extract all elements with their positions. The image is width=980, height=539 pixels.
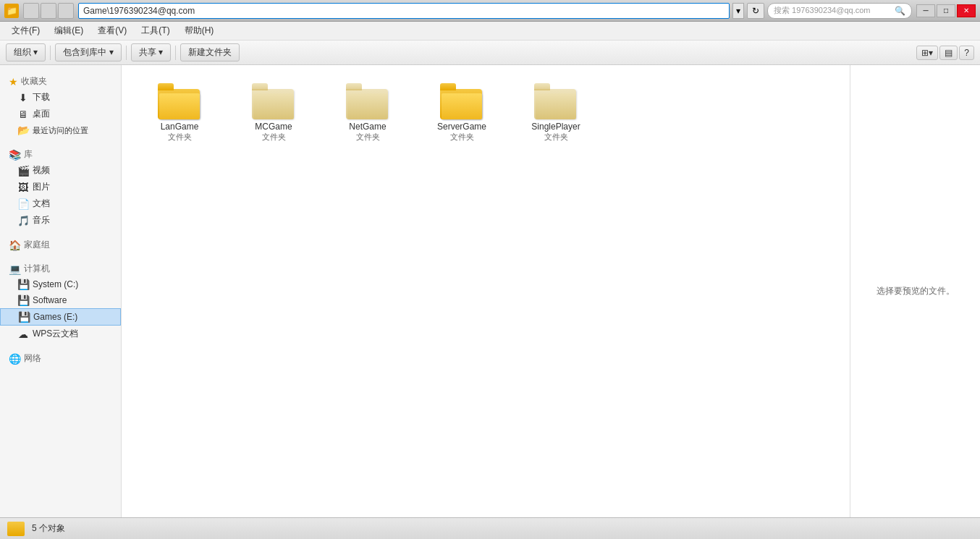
library-icon: 📚: [9, 149, 21, 161]
new-folder-btn[interactable]: 新建文件夹: [180, 43, 240, 61]
refresh-btn[interactable]: ↻: [747, 3, 764, 19]
sidebar-item-download[interactable]: ⬇ 下载: [0, 89, 121, 106]
drive-e-icon: 💾: [18, 311, 30, 323]
include-library-btn[interactable]: 包含到库中 ▾: [55, 43, 121, 61]
sidebar-item-video[interactable]: 🎬 视频: [0, 162, 121, 179]
sidebar-item-systemc[interactable]: 💾 System (C:): [0, 276, 121, 292]
sidebar-item-documents[interactable]: 📄 文档: [0, 195, 121, 212]
file-item-servergame[interactable]: ServerGame 文件夹: [418, 80, 505, 146]
preview-panel: 选择要预览的文件。: [850, 65, 980, 517]
sidebar: ★ 收藏夹 ⬇ 下载 🖥 桌面 📂 最近访问的位置 📚 库 🎬 视频 🖼 图片: [0, 65, 122, 517]
file-item-singleplayer[interactable]: SinglePlayer 文件夹: [512, 80, 599, 146]
folder-icon-servergame: [440, 83, 483, 119]
file-item-netgame[interactable]: NetGame 文件夹: [324, 80, 411, 146]
file-item-mcgame[interactable]: MCGame 文件夹: [230, 80, 317, 146]
file-name-servergame: ServerGame: [437, 122, 486, 132]
title-bar-left: 📁: [4, 3, 74, 19]
folder-icon-netgame: [346, 83, 389, 119]
computer-icon: 💻: [9, 263, 21, 275]
sidebar-item-wps-cloud[interactable]: ☁ WPS云文档: [0, 326, 121, 342]
organize-btn[interactable]: 组织 ▾: [6, 43, 46, 61]
file-type-mcgame: 文件夹: [262, 132, 286, 143]
toolbar-sep-3: [175, 46, 176, 60]
search-icon: 🔍: [895, 6, 905, 16]
details-pane-btn[interactable]: ▤: [939, 46, 958, 60]
address-bar[interactable]: Game\1976390234@qq.com: [78, 3, 730, 19]
star-icon: ★: [9, 76, 18, 88]
quick-access-icons: [23, 3, 74, 19]
folder-icon-mcgame: [252, 83, 295, 119]
menu-tools[interactable]: 工具(T): [135, 23, 175, 38]
folder-icon-langame: [158, 83, 201, 119]
sidebar-item-games-e[interactable]: 💾 Games (E:): [0, 308, 121, 326]
download-icon: ⬇: [17, 92, 29, 103]
quick-icon-1[interactable]: [23, 3, 39, 19]
view-controls: ⊞▾ ▤ ?: [916, 46, 974, 60]
menu-help[interactable]: 帮助(H): [179, 23, 220, 38]
sidebar-favorites-title[interactable]: ★ 收藏夹: [0, 71, 121, 89]
wps-cloud-icon: ☁: [17, 328, 29, 340]
sidebar-library-title[interactable]: 📚 库: [0, 144, 121, 162]
folder-icon-singleplayer: [534, 83, 578, 119]
main-layout: ★ 收藏夹 ⬇ 下载 🖥 桌面 📂 最近访问的位置 📚 库 🎬 视频 🖼 图片: [0, 65, 980, 517]
window-controls: ─ □ ✕: [916, 4, 976, 17]
file-item-langame[interactable]: LanGame 文件夹: [136, 80, 223, 146]
file-name-netgame: NetGame: [349, 122, 386, 132]
file-name-singleplayer: SinglePlayer: [531, 122, 580, 132]
status-count: 5 个对象: [32, 522, 65, 535]
toolbar-sep-2: [126, 46, 127, 60]
file-name-mcgame: MCGame: [255, 122, 292, 132]
recent-icon: 📂: [17, 124, 29, 136]
file-type-servergame: 文件夹: [450, 132, 474, 143]
file-area: LanGame 文件夹 MCGame 文件夹: [122, 65, 850, 517]
sidebar-item-music[interactable]: 🎵 音乐: [0, 212, 121, 229]
toolbar: 组织 ▾ 包含到库中 ▾ 共享 ▾ 新建文件夹 ⊞▾ ▤ ?: [0, 41, 980, 65]
preview-text: 选择要预览的文件。: [876, 285, 955, 297]
file-type-netgame: 文件夹: [356, 132, 380, 143]
title-bar: 📁 Game\1976390234@qq.com ▾ ↻ 搜索 19763902…: [0, 0, 980, 22]
pictures-icon: 🖼: [17, 182, 29, 193]
menu-file[interactable]: 文件(F): [6, 23, 46, 38]
app-icon: 📁: [4, 4, 19, 18]
file-name-langame: LanGame: [161, 122, 199, 132]
file-type-singleplayer: 文件夹: [544, 132, 568, 143]
toolbar-sep-1: [50, 46, 51, 60]
search-bar[interactable]: 搜索 1976390234@qq.com 🔍: [767, 3, 912, 19]
sidebar-item-software[interactable]: 💾 Software: [0, 292, 121, 308]
status-bar: 5 个对象: [0, 517, 980, 539]
video-icon: 🎬: [17, 165, 29, 177]
sidebar-item-pictures[interactable]: 🖼 图片: [0, 179, 121, 195]
files-grid: LanGame 文件夹 MCGame 文件夹: [129, 72, 842, 153]
menu-view[interactable]: 查看(V): [92, 23, 132, 38]
quick-icon-3[interactable]: [58, 3, 74, 19]
menu-bar: 文件(F) 编辑(E) 查看(V) 工具(T) 帮助(H): [0, 22, 980, 41]
sidebar-network-title[interactable]: 🌐 网络: [0, 348, 121, 366]
sidebar-item-desktop[interactable]: 🖥 桌面: [0, 106, 121, 122]
menu-edit[interactable]: 编辑(E): [48, 23, 89, 38]
share-btn[interactable]: 共享 ▾: [131, 43, 171, 61]
network-icon: 🌐: [9, 353, 21, 365]
address-bar-container: Game\1976390234@qq.com ▾ ↻ 搜索 1976390234…: [78, 3, 912, 19]
help-btn[interactable]: ?: [959, 46, 974, 60]
sidebar-homegroup-title[interactable]: 🏠 家庭组: [0, 234, 121, 252]
maximize-btn[interactable]: □: [937, 4, 955, 17]
address-dropdown-btn[interactable]: ▾: [732, 3, 744, 19]
minimize-btn[interactable]: ─: [916, 4, 935, 17]
sidebar-computer-title[interactable]: 💻 计算机: [0, 258, 121, 276]
drive-c-icon: 💾: [17, 279, 29, 290]
search-placeholder: 搜索 1976390234@qq.com: [774, 5, 870, 16]
view-mode-btn[interactable]: ⊞▾: [916, 46, 938, 60]
address-text: Game\1976390234@qq.com: [83, 6, 195, 16]
desktop-icon: 🖥: [17, 109, 29, 120]
sidebar-item-recent[interactable]: 📂 最近访问的位置: [0, 122, 121, 138]
homegroup-icon: 🏠: [9, 239, 21, 251]
drive-software-icon: 💾: [17, 294, 29, 306]
music-icon: 🎵: [17, 215, 29, 226]
file-type-langame: 文件夹: [168, 132, 192, 143]
quick-icon-2[interactable]: [41, 3, 56, 19]
documents-icon: 📄: [17, 198, 29, 210]
status-folder-icon: [7, 522, 25, 536]
close-btn[interactable]: ✕: [957, 4, 976, 17]
